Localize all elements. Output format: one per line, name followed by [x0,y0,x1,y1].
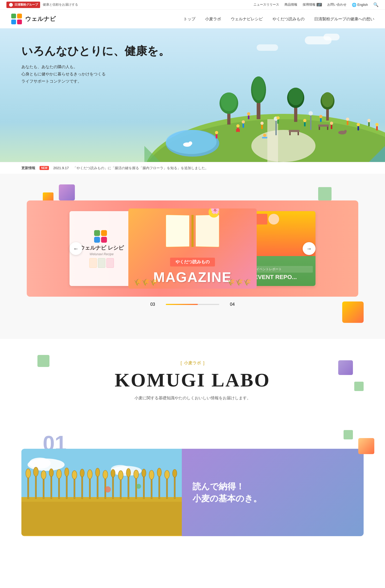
carousel-next-btn[interactable]: → [303,242,315,255]
svg-rect-44 [248,115,249,119]
svg-rect-102 [112,474,114,498]
update-label: 更新情報 [21,166,35,171]
left-card-sub: Welunavi Recipe [90,252,114,256]
svg-rect-40 [242,123,244,128]
svg-point-119 [172,469,177,477]
nav-yakudatsu[interactable]: やくだつ読みもの [272,17,305,22]
svg-rect-33 [319,127,320,130]
svg-rect-30 [289,132,291,135]
svg-point-7 [251,130,315,162]
svg-point-49 [330,122,333,125]
svg-rect-50 [331,125,332,129]
svg-rect-118 [174,474,175,498]
komugi-subtitle: 小麦に関する基礎知識やたのしくおいしい情報をお届けします。 [0,396,385,401]
svg-rect-2 [11,20,16,24]
svg-rect-1 [17,14,22,18]
svg-point-101 [103,470,108,479]
svg-point-95 [80,469,84,477]
svg-point-21 [288,88,303,105]
komugi-label-row: [ 小麦ラボ ] [0,360,385,366]
svg-point-45 [260,122,264,125]
search-icon[interactable]: 🔍 [373,2,379,7]
hero-text: いろんなひとりに、健康を。 あなたも、あなたの隣の人も。 心身ともに健やかに暮ら… [21,44,170,85]
bracket-right: ] [203,361,204,366]
brand-logo: 日清製粉グループ [6,2,40,8]
brand-name: 日清製粉グループ [14,3,38,7]
svg-point-24 [322,92,333,107]
svg-rect-42 [277,119,279,124]
svg-point-109 [134,470,138,478]
site-logo[interactable]: ウェルナビ [11,13,56,25]
book-illustration: 🌸 [163,212,222,252]
nav-recipe[interactable]: ウェルナビレシピ [231,17,263,22]
svg-point-15 [221,92,237,111]
svg-rect-29 [289,130,299,132]
svg-point-83 [33,467,38,477]
language-selector[interactable]: 🌐 English [352,3,368,7]
svg-point-91 [65,468,69,476]
card-title-line2: 小麦の基本のき。 [192,494,262,503]
nav-komugi[interactable]: 小麦ラボ [205,17,221,22]
svg-point-113 [149,470,154,479]
svg-rect-27 [310,114,311,130]
svg-point-35 [236,124,240,127]
carousel-wrapper: ウェルナビ レシピ Welunavi Recipe ← [27,206,358,291]
svg-point-58 [344,130,347,133]
svg-point-99 [95,468,100,477]
svg-rect-110 [143,474,145,498]
svg-point-87 [49,469,53,477]
svg-rect-60 [216,134,217,138]
carousel-prev-btn[interactable]: ← [70,242,82,255]
komugi-main-title: KOMUGI LABO [0,369,385,391]
svg-rect-56 [262,137,267,138]
svg-point-61 [367,119,371,122]
nav-contact[interactable]: お問い合わせ [327,2,346,7]
utility-tagline: 健康と信頼をお届けする [43,2,78,7]
svg-point-12 [188,141,192,145]
hero-subtext-3: ライフサポートコンテンツです。 [21,79,82,83]
svg-rect-94 [82,474,83,498]
wheat-scene-svg [21,449,182,536]
svg-point-63 [375,123,379,126]
carousel-main-title: MAGAZINE [153,269,232,285]
svg-point-41 [276,116,280,119]
deco-green-komugi [37,355,49,367]
svg-rect-48 [304,122,306,126]
svg-point-28 [309,111,313,115]
right-card-title: EVENT REPO... [254,274,313,281]
card-01-text: 読んで納得！ 小麦の基本のき。 [182,449,364,536]
svg-rect-52 [347,121,348,125]
language-label: English [357,3,368,7]
nav-health[interactable]: 日清製粉グループの健康への想い [314,17,374,22]
indicator-next: 04 [230,302,235,307]
svg-point-39 [242,120,245,123]
main-nav: ウェルナビ トップ 小麦ラボ ウェルナビレシピ やくだつ読みもの 日清製粉グルー… [0,10,385,28]
nav-top[interactable]: トップ [183,17,195,22]
indicator-progress [166,304,198,305]
utility-bar-right: ニュースリリース 商品情報 採用情報 🔗 お問い合わせ 🌐 English 🔍 [253,2,379,7]
update-bar: 更新情報 NEW 2021.9.17 「やくだつ読みもの」に「腸活の鍵を握る「腸… [0,162,385,174]
nav-products[interactable]: 商品情報 [284,2,297,7]
svg-point-89 [57,469,61,479]
svg-point-93 [72,471,77,479]
svg-point-43 [247,112,250,115]
svg-rect-70 [101,230,107,236]
svg-rect-120 [21,497,182,536]
svg-point-115 [157,468,161,477]
event-label-wrapper: イベントレポート EVENT REPO... [254,266,313,281]
nav-recruit[interactable]: 採用情報 🔗 [303,2,322,7]
svg-point-81 [26,469,30,478]
wheat-deco-right: 🌾🌾🌾 [227,278,251,286]
carousel-section: ウェルナビ レシピ Welunavi Recipe ← [0,174,385,339]
nav-news-release[interactable]: ニュースリリース [253,2,279,7]
carousel-center-card: 🌸 🌾🌾🌾 🌾🌾🌾 やくだつ読みもの MAGAZINE [128,208,257,289]
svg-rect-86 [51,473,52,499]
svg-rect-46 [261,125,263,129]
bracket-left: [ [181,361,182,366]
svg-rect-0 [11,14,16,18]
card-text-title: 読んで納得！ 小麦の基本のき。 [192,481,353,505]
card-01-image [21,449,182,536]
left-card-title: ウェルナビ レシピ [79,244,124,251]
svg-point-47 [303,119,306,122]
svg-rect-66 [320,118,322,122]
